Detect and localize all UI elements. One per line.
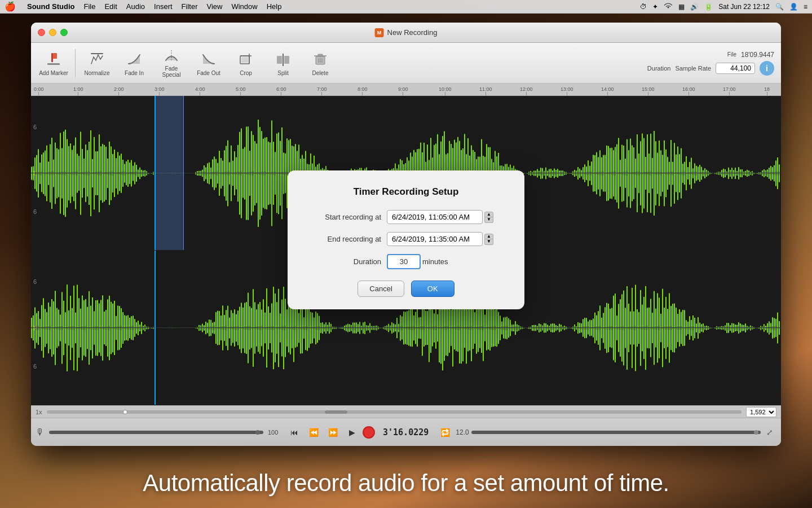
menu-insert[interactable]: Insert — [149, 2, 177, 11]
duration-input[interactable] — [387, 254, 421, 269]
menu-audio[interactable]: Audio — [122, 2, 149, 11]
menu-bar: 🍎 Sound Studio File Edit Audio Insert Fi… — [0, 0, 812, 14]
dialog-buttons: Cancel OK — [308, 281, 504, 297]
dialog-overlay: Timer Recording Setup Start recording at… — [0, 0, 812, 508]
start-stepper[interactable]: ▲ ▼ — [484, 212, 493, 223]
menu-view[interactable]: View — [202, 2, 227, 11]
cancel-button[interactable]: Cancel — [358, 281, 404, 297]
end-label: End recording at — [308, 235, 381, 243]
list-icon[interactable]: ≡ — [804, 3, 807, 11]
menu-app-name[interactable]: Sound Studio — [23, 2, 79, 11]
wifi-icon[interactable] — [664, 2, 673, 11]
menu-edit[interactable]: Edit — [100, 2, 121, 11]
ok-button[interactable]: OK — [411, 281, 454, 297]
end-stepper-down[interactable]: ▼ — [484, 239, 493, 245]
duration-field: minutes — [387, 254, 448, 269]
end-field: ▲ ▼ — [387, 232, 493, 246]
start-stepper-up[interactable]: ▲ — [484, 212, 493, 217]
battery-icon[interactable]: 🔋 — [704, 3, 713, 11]
end-recording-row: End recording at ▲ ▼ — [308, 232, 504, 246]
duration-row: Duration minutes — [308, 254, 504, 269]
menu-window[interactable]: Window — [227, 2, 262, 11]
start-field: ▲ ▼ — [387, 210, 493, 224]
start-input[interactable] — [387, 210, 483, 224]
end-stepper-up[interactable]: ▲ — [484, 234, 493, 239]
menu-help[interactable]: Help — [262, 2, 286, 11]
start-recording-row: Start recording at ▲ ▼ — [308, 210, 504, 224]
start-stepper-down[interactable]: ▼ — [484, 217, 493, 223]
time-machine-icon[interactable]: ⏱ — [640, 3, 647, 11]
start-label: Start recording at — [308, 213, 381, 221]
search-icon[interactable]: 🔍 — [775, 3, 784, 11]
end-input[interactable] — [387, 232, 483, 246]
duration-unit: minutes — [422, 257, 448, 266]
apple-menu[interactable]: 🍎 — [5, 1, 16, 12]
datetime-display: Sat Jun 22 12:12 — [718, 3, 770, 11]
airdrop-icon[interactable]: ✦ — [652, 3, 658, 11]
end-stepper[interactable]: ▲ ▼ — [484, 234, 493, 245]
menu-file[interactable]: File — [79, 2, 100, 11]
timer-recording-dialog: Timer Recording Setup Start recording at… — [288, 170, 524, 309]
display-icon[interactable]: ▦ — [678, 3, 685, 11]
user-icon[interactable]: 👤 — [789, 3, 798, 11]
menu-filter[interactable]: Filter — [177, 2, 202, 11]
volume-icon[interactable]: 🔊 — [690, 3, 699, 11]
duration-dialog-label: Duration — [308, 257, 381, 266]
dialog-title: Timer Recording Setup — [308, 186, 504, 198]
